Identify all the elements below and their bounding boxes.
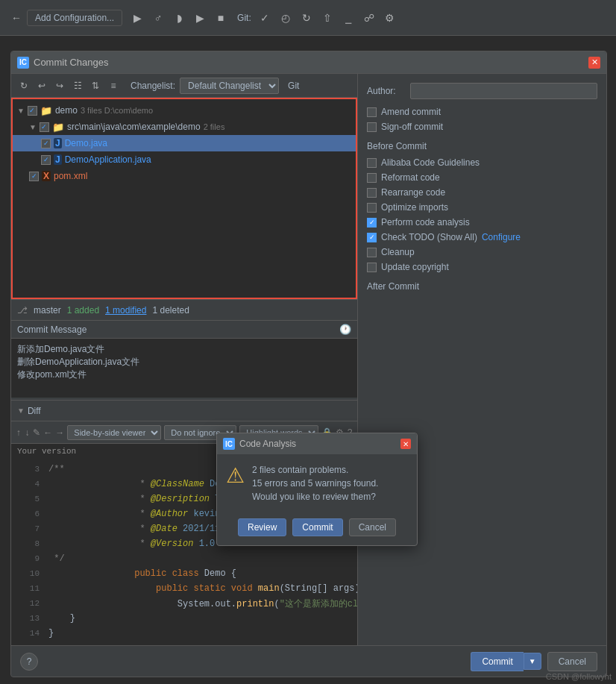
reformat-checkbox[interactable] xyxy=(367,173,377,183)
perform-label: Perform code analysis xyxy=(381,217,470,228)
changelist-label: Changelist: xyxy=(131,81,175,91)
checkbox-demojava[interactable] xyxy=(41,139,51,148)
tree-item-src[interactable]: 📁 src\main\java\com\example\demo 2 files xyxy=(13,119,356,135)
ca-buttons: Review Commit Cancel xyxy=(217,512,417,545)
right-panel: Author: Amend commit Sign-off commit Bef… xyxy=(358,74,606,645)
status-modified[interactable]: 1 modified xyxy=(105,305,146,316)
ca-close-button[interactable]: ✕ xyxy=(400,439,411,449)
group-btn[interactable]: ☷ xyxy=(69,78,86,94)
dialog-title: Commit Changes xyxy=(34,57,108,68)
folder-icon-src: 📁 xyxy=(52,122,64,133)
rearrange-label: Rearrange code xyxy=(381,187,445,198)
before-commit-title: Before Commit xyxy=(367,141,597,151)
profile-btn[interactable]: ▶ xyxy=(189,7,210,28)
diff-viewer-select[interactable]: Side-by-side viewer xyxy=(67,425,161,440)
author-row: Author: xyxy=(367,83,597,99)
tree-item-demoapp[interactable]: J DemoApplication.java xyxy=(13,151,356,168)
dialog-body: ↻ ↩ ↪ ☷ ⇅ ≡ Changelist: Default Changeli… xyxy=(11,74,606,645)
diff-next-btn[interactable]: → xyxy=(55,425,64,440)
tree-item-demo[interactable]: 📁 demo 3 files D:\com\demo xyxy=(13,102,356,119)
run-btn[interactable]: ▶ xyxy=(127,7,148,28)
checkbox-demoapp[interactable] xyxy=(41,155,51,165)
coverage-btn[interactable]: ◗ xyxy=(169,7,189,28)
git-clock-btn[interactable]: ◴ xyxy=(275,7,296,28)
help-button[interactable]: ? xyxy=(20,653,38,671)
folder-icon-demo: 📁 xyxy=(40,105,52,116)
after-commit-title: After Commit xyxy=(367,281,597,292)
author-label: Author: xyxy=(367,86,404,96)
ca-commit-button[interactable]: Commit xyxy=(292,518,342,536)
stop-btn[interactable]: ■ xyxy=(210,7,231,28)
optimize-row[interactable]: Optimize imports xyxy=(367,202,597,213)
optimize-checkbox[interactable] xyxy=(367,203,377,213)
rearrange-checkbox[interactable] xyxy=(367,188,377,198)
commit-main-button[interactable]: Commit xyxy=(471,652,523,671)
ca-cancel-button[interactable]: Cancel xyxy=(349,518,396,536)
add-configuration-button[interactable]: Add Configuration... xyxy=(27,10,122,26)
review-button[interactable]: Review xyxy=(238,518,286,536)
cleanup-row[interactable]: Cleanup xyxy=(367,247,597,257)
tree-item-pom[interactable]: X pom.xml xyxy=(13,168,356,184)
tree-item-name-demojava: Demo.java xyxy=(65,138,107,148)
sort-btn[interactable]: ⇅ xyxy=(87,78,104,94)
update-copyright-checkbox[interactable] xyxy=(367,263,377,272)
configure-link[interactable]: Configure xyxy=(482,232,521,242)
commit-message-section: Commit Message 🕐 新添加Demo.java文件 删除DemoAp… xyxy=(11,320,357,400)
history-icon[interactable]: 🕐 xyxy=(339,324,351,335)
diff-down-btn[interactable]: ↓ xyxy=(25,425,31,440)
git-push-btn[interactable]: ⇧ xyxy=(317,7,338,28)
author-input[interactable] xyxy=(410,83,597,99)
cleanup-checkbox[interactable] xyxy=(367,248,377,257)
diff-edit-btn[interactable]: ✎ xyxy=(33,425,40,440)
check-todo-label: Check TODO (Show All) xyxy=(381,232,477,242)
git-branch-btn[interactable]: ⎯ xyxy=(338,7,359,28)
settings-btn[interactable]: ⚙ xyxy=(380,7,400,28)
alibaba-row[interactable]: Alibaba Code Guidelines xyxy=(367,157,597,168)
diff-collapse-arrow[interactable]: ▼ xyxy=(17,407,25,415)
commit-split-button: Commit ▼ xyxy=(471,652,541,671)
checkbox-src[interactable] xyxy=(40,122,49,132)
undo-btn[interactable]: ↩ xyxy=(34,78,50,94)
signoff-commit-label: Sign-off commit xyxy=(381,122,443,132)
top-toolbar: ← Add Configuration... ▶ ♂ ◗ ▶ ■ Git: ✓ … xyxy=(0,0,616,36)
alibaba-label: Alibaba Code Guidelines xyxy=(381,157,480,168)
redo-btn[interactable]: ↪ xyxy=(51,78,68,94)
cancel-button[interactable]: Cancel xyxy=(547,652,597,671)
code-line-14: 14 } xyxy=(11,626,357,641)
java-icon-demo: J xyxy=(54,138,62,148)
signoff-commit-row[interactable]: Sign-off commit xyxy=(367,122,597,132)
diff-up-btn[interactable]: ↑ xyxy=(16,425,22,440)
rearrange-row[interactable]: Rearrange code xyxy=(367,187,597,198)
git-update-btn[interactable]: ↻ xyxy=(296,7,317,28)
signoff-commit-checkbox[interactable] xyxy=(367,122,377,132)
close-button[interactable]: ✕ xyxy=(588,57,600,69)
watermark: CSDN @followyht xyxy=(546,672,612,681)
debug-btn[interactable]: ♂ xyxy=(148,7,169,28)
perform-row[interactable]: Perform code analysis xyxy=(367,217,597,228)
check-todo-row[interactable]: Check TODO (Show All) Configure xyxy=(367,232,597,242)
commit-message-input[interactable]: 新添加Demo.java文件 删除DemoApplication.java文件 … xyxy=(11,338,357,398)
reformat-row[interactable]: Reformat code xyxy=(367,172,597,183)
search-btn[interactable]: ☍ xyxy=(359,7,380,28)
back-btn[interactable]: ← xyxy=(6,7,27,28)
update-copyright-label: Update copyright xyxy=(381,262,449,272)
changelist-select[interactable]: Default Changelist xyxy=(180,78,279,94)
check-todo-checkbox[interactable] xyxy=(367,233,377,242)
filter-btn[interactable]: ≡ xyxy=(105,78,122,94)
ca-titlebar: IC Code Analysis ✕ xyxy=(217,433,417,454)
update-copyright-row[interactable]: Update copyright xyxy=(367,262,597,272)
diff-prev-btn[interactable]: ← xyxy=(43,425,52,440)
checkbox-pom[interactable] xyxy=(29,172,39,181)
tree-item-demojava[interactable]: J Demo.java xyxy=(13,135,356,151)
dialog-overlay: IC Commit Changes ✕ ↻ ↩ ↪ ☷ ⇅ ≡ Changeli… xyxy=(0,36,616,684)
checkbox-demo[interactable] xyxy=(28,106,37,116)
refresh-btn[interactable]: ↻ xyxy=(16,78,32,94)
perform-checkbox[interactable] xyxy=(367,218,377,228)
tree-item-name-src: src\main\java\com\example\demo xyxy=(67,122,201,132)
file-count-demo: 3 files D:\com\demo xyxy=(81,106,153,115)
git-check-btn[interactable]: ✓ xyxy=(254,7,275,28)
alibaba-checkbox[interactable] xyxy=(367,158,377,168)
commit-dropdown-button[interactable]: ▼ xyxy=(524,653,541,670)
amend-commit-checkbox[interactable] xyxy=(367,107,377,117)
amend-commit-row[interactable]: Amend commit xyxy=(367,107,597,117)
